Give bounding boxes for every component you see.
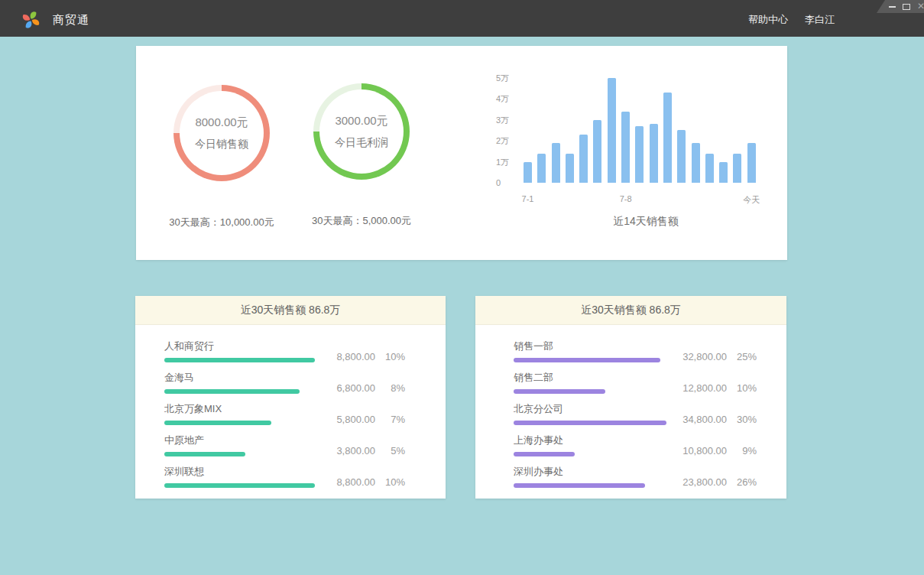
rank-row-left: 北京分公司 <box>514 402 666 425</box>
donut-ring: 8000.00元 今日销售额 <box>173 85 270 181</box>
bar <box>663 93 672 183</box>
bar <box>650 124 658 183</box>
sales-14day-chart: 5万4万3万2万1万0 7-17-8今天 近14天销售额 <box>465 65 778 241</box>
bar <box>719 162 728 184</box>
y-axis-tick: 5万 <box>496 73 509 83</box>
x-axis-tick: 7-8 <box>620 194 632 203</box>
department-sales-panel: 近30天销售额 86.8万 销售一部32,800.0025%销售二部12,800… <box>475 296 786 499</box>
rank-row-left: 上海办事处 <box>514 434 666 456</box>
rank-row-left: 人和商贸行 <box>164 339 315 362</box>
rank-label: 上海办事处 <box>514 434 666 447</box>
rank-row-left: 深圳联想 <box>164 465 315 488</box>
rank-row: 深圳办事处23,800.0026% <box>475 465 786 488</box>
profit-30day-max: 30天最高：5,000.00元 <box>277 214 446 228</box>
bar <box>635 126 644 183</box>
rank-label: 中原地产 <box>164 434 315 447</box>
rank-figures: 10,800.009% <box>678 445 757 456</box>
rank-bar <box>514 452 575 456</box>
bar <box>593 120 601 184</box>
bar <box>677 130 686 183</box>
close-icon[interactable]: ✕ <box>917 2 924 11</box>
brand: 商贸通 <box>21 0 89 38</box>
bar <box>566 154 574 184</box>
rank-value: 34,800.00 <box>678 414 727 425</box>
rank-value: 6,800.00 <box>326 382 375 394</box>
bar <box>747 143 756 183</box>
y-axis-tick: 2万 <box>496 135 509 146</box>
rank-bar <box>164 389 300 394</box>
rank-bar <box>514 483 645 488</box>
minimize-icon[interactable] <box>889 2 896 11</box>
rank-percent: 7% <box>384 414 405 425</box>
x-axis-tick: 今天 <box>743 194 760 206</box>
donut-ring: 3000.00元 今日毛利润 <box>313 83 410 180</box>
bar <box>621 112 630 184</box>
donut-center: 3000.00元 今日毛利润 <box>313 83 410 180</box>
rank-percent: 8% <box>384 382 405 394</box>
help-center-link[interactable]: 帮助中心 <box>748 13 788 27</box>
rank-row-left: 中原地产 <box>164 434 315 456</box>
customer-sales-panel: 近30天销售额 86.8万 人和商贸行8,800.0010%金海马6,800.0… <box>135 296 446 499</box>
rank-row: 深圳联想8,800.0010% <box>135 465 446 488</box>
rank-percent: 9% <box>735 445 757 456</box>
rank-bar <box>514 358 660 362</box>
rank-figures: 12,800.0010% <box>678 382 757 394</box>
y-axis-tick: 1万 <box>496 157 509 167</box>
donut-center: 8000.00元 今日销售额 <box>173 85 270 181</box>
rank-label: 销售一部 <box>514 339 666 353</box>
rank-value: 32,800.00 <box>678 351 727 362</box>
rank-value: 12,800.00 <box>678 382 727 394</box>
today-summary-panel: 8000.00元 今日销售额 30天最高：10,000.00元 3000.00元… <box>136 46 787 260</box>
today-sales-value: 8000.00元 <box>195 115 248 130</box>
bar-chart-title: 近14天销售额 <box>539 215 753 229</box>
rank-row: 北京万象MIX5,800.007% <box>135 402 446 425</box>
rank-label: 深圳办事处 <box>514 465 666 479</box>
rank-label: 销售二部 <box>514 371 666 385</box>
rank-value: 8,800.00 <box>326 476 375 488</box>
today-profit-value: 3000.00元 <box>335 114 387 128</box>
rank-bar <box>164 358 315 362</box>
maximize-icon[interactable] <box>903 2 910 11</box>
bar <box>608 78 616 184</box>
rank-figures: 8,800.0010% <box>326 476 405 488</box>
rank-row-left: 销售二部 <box>514 371 666 394</box>
today-profit-gauge: 3000.00元 今日毛利润 30天最高：5,000.00元 <box>277 83 446 228</box>
app-window: 商贸通 帮助中心 李白江 ✕ 8000.00元 今日销售额 30天最高：10,0… <box>0 0 924 575</box>
user-name-menu[interactable]: 李白江 <box>805 13 835 27</box>
bar <box>733 154 741 184</box>
titlebar-menu: 帮助中心 李白江 <box>748 0 835 38</box>
x-axis-tick: 7-1 <box>522 194 534 203</box>
rank-value: 10,800.00 <box>678 445 727 456</box>
rank-figures: 8,800.0010% <box>326 351 405 362</box>
y-axis-tick: 4万 <box>496 93 509 104</box>
rank-row: 北京分公司34,800.0030% <box>475 402 786 425</box>
rank-label: 深圳联想 <box>164 465 315 479</box>
rank-label: 金海马 <box>164 371 315 385</box>
rank-bar <box>164 452 245 456</box>
today-profit-label: 今日毛利润 <box>335 136 388 150</box>
department-rank-list: 销售一部32,800.0025%销售二部12,800.0010%北京分公司34,… <box>475 325 786 488</box>
rank-value: 5,800.00 <box>326 414 375 425</box>
window-controls: ✕ <box>877 0 924 13</box>
rank-figures: 3,800.005% <box>326 445 405 456</box>
bar <box>552 143 560 183</box>
rank-row-left: 深圳办事处 <box>514 465 666 488</box>
rank-percent: 26% <box>735 476 757 488</box>
bar <box>579 135 588 183</box>
rank-bar <box>514 421 666 425</box>
rank-value: 8,800.00 <box>326 351 375 362</box>
rank-row: 销售一部32,800.0025% <box>475 339 786 362</box>
rank-percent: 10% <box>384 351 405 362</box>
rank-value: 3,800.00 <box>326 445 375 456</box>
bar <box>692 143 700 183</box>
rank-row: 上海办事处10,800.009% <box>475 434 786 456</box>
bar <box>524 162 532 184</box>
rank-row: 中原地产3,800.005% <box>135 434 446 456</box>
rank-percent: 30% <box>735 414 757 425</box>
rank-percent: 25% <box>735 351 757 362</box>
pinwheel-logo-icon <box>21 10 41 30</box>
customer-rank-list: 人和商贸行8,800.0010%金海马6,800.008%北京万象MIX5,80… <box>135 325 446 488</box>
bar-chart-plot <box>524 65 756 183</box>
rank-bar <box>164 421 271 425</box>
rank-figures: 34,800.0030% <box>678 414 757 425</box>
